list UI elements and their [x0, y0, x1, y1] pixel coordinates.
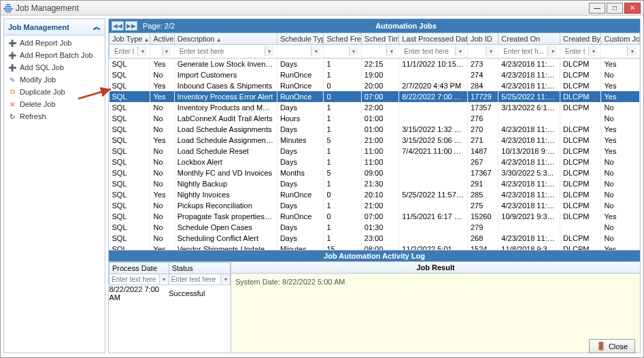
filter-icon[interactable]: ▾	[220, 274, 230, 284]
filter-input[interactable]	[109, 274, 158, 284]
filter-input[interactable]	[563, 46, 587, 56]
filter-input[interactable]	[169, 274, 219, 284]
log-row[interactable]: 8/22/2022 7:00 AMSuccessful	[109, 285, 231, 302]
table-row[interactable]: SQLNoMonthly FC and VD InvoicesMonths509…	[109, 167, 640, 178]
pager-bar: ◀◀ ▶▶ Page: 2/2 Automation Jobs	[109, 19, 640, 33]
pager-page: 2/2	[165, 22, 175, 30]
sidebar-item-icon: ➕	[8, 51, 16, 59]
close-window-button[interactable]: ✕	[624, 3, 641, 14]
log-grid: Process DateStatus▾▾8/22/2022 7:00 AMSuc…	[109, 262, 231, 302]
filter-icon[interactable]: ▾	[486, 46, 495, 56]
filter-input[interactable]	[112, 46, 136, 56]
sidebar-item-label: Add SQL Job	[20, 63, 64, 71]
sidebar-item-label: Add Report Job	[20, 39, 71, 47]
filter-icon[interactable]: ▾	[162, 46, 171, 56]
table-row[interactable]: SQLNoScheduling Conflict AlertDays123:00…	[109, 233, 640, 244]
door-icon: 🚪	[596, 342, 606, 351]
filter-input[interactable]	[280, 46, 310, 56]
grid-wrapper[interactable]: Job Type▲Active▲Description▲Schedule Typ…	[109, 33, 640, 250]
maximize-button[interactable]: □	[607, 3, 623, 14]
sidebar-header[interactable]: Job Management ︽	[4, 19, 105, 35]
sidebar-item-label: Delete Job	[20, 100, 56, 108]
table-row[interactable]: SQLNoImport CustomersRunOnce119:002744/2…	[109, 69, 640, 80]
table-row[interactable]: SQLNoPropagate Task properties to Produc…	[109, 211, 640, 222]
filter-icon[interactable]: ▾	[311, 46, 320, 56]
table-row[interactable]: SQLYesInventory Process Error AlertRunOn…	[109, 91, 640, 102]
sidebar-item-duplicate-job[interactable]: ⧉Duplicate Job	[4, 86, 105, 98]
pager-first[interactable]: ◀◀	[112, 21, 124, 31]
col-header[interactable]: Created On	[498, 33, 560, 45]
window-title: Job Management	[16, 3, 79, 13]
sidebar-item-modify-job[interactable]: ✎Modify Job	[4, 74, 105, 86]
log-title: Job Automation Activity Log	[109, 250, 640, 261]
sidebar-item-add-sql-job[interactable]: ➕Add SQL Job	[4, 61, 105, 74]
sidebar-item-label: Refresh	[20, 112, 46, 120]
filter-input[interactable]	[365, 46, 385, 56]
filter-icon[interactable]: ▾	[159, 274, 169, 284]
filter-input[interactable]	[471, 46, 484, 56]
filter-icon[interactable]: ▾	[627, 46, 637, 56]
table-row[interactable]: SQLYesNightly InvoicesRunOnce020:105/25/…	[109, 189, 640, 200]
filter-input[interactable]	[402, 46, 454, 56]
log-col-header[interactable]: Process Date	[109, 263, 169, 274]
sidebar: Job Management ︽ ➕Add Report Job➕Add Rep…	[3, 18, 105, 353]
table-row[interactable]: SQLNoLockbox AlertDays111:002674/23/2018…	[109, 157, 640, 167]
col-header[interactable]: Job Type▲	[109, 33, 150, 45]
close-label: Close	[609, 342, 628, 351]
grid-title: Automation Jobs	[175, 22, 637, 30]
sidebar-item-icon: ↻	[8, 112, 16, 120]
sidebar-item-icon: ✕	[8, 100, 16, 108]
filter-input[interactable]	[501, 46, 546, 56]
close-button[interactable]: 🚪 Close	[589, 339, 635, 353]
filter-icon[interactable]: ▾	[547, 46, 557, 56]
table-row[interactable]: SQLNoInventory Products and Materials Up…	[109, 102, 640, 113]
sidebar-item-add-report-job[interactable]: ➕Add Report Job	[4, 37, 105, 49]
table-row[interactable]: SQLYesGenerate Low Stock Inventory Notif…	[109, 59, 640, 70]
col-header[interactable]: Custom Job	[601, 33, 640, 45]
col-header[interactable]: Sched Freq	[324, 33, 361, 45]
sidebar-item-icon: ✎	[8, 76, 16, 84]
table-row[interactable]: SQLNoPickups ReconciliationDays121:00275…	[109, 200, 640, 211]
filter-icon[interactable]: ▾	[349, 46, 358, 56]
sidebar-item-add-report-batch-job[interactable]: ➕Add Report Batch Job	[4, 49, 105, 61]
table-row[interactable]: SQLNoLoad Schedule AssignmentsDays101:00…	[109, 124, 640, 135]
sidebar-item-icon: ⧉	[8, 88, 16, 96]
table-row[interactable]: SQLNoLabConneX Audit Trail AlertsHours10…	[109, 113, 640, 124]
col-header[interactable]: Active▲	[150, 33, 174, 45]
filter-input[interactable]	[177, 46, 263, 56]
sidebar-item-delete-job[interactable]: ✕Delete Job	[4, 98, 105, 110]
collapse-icon[interactable]: ︽	[93, 22, 101, 32]
job-result-header: Job Result	[231, 262, 640, 274]
table-row[interactable]: SQLNoSchedule Open CasesDays101:30279No	[109, 222, 640, 233]
app-icon	[3, 3, 13, 13]
pager-label: Page:	[143, 22, 163, 30]
filter-input[interactable]	[326, 46, 347, 56]
filter-input[interactable]	[153, 46, 160, 56]
filter-icon[interactable]: ▾	[386, 46, 396, 56]
sidebar-item-refresh[interactable]: ↻Refresh	[4, 110, 105, 123]
filter-icon[interactable]: ▾	[455, 46, 464, 56]
sidebar-item-label: Add Report Batch Job	[20, 51, 93, 59]
table-row[interactable]: SQLYesInbound Cases & ShipmentsRunOnce02…	[109, 80, 640, 91]
col-header[interactable]: Sched Time	[361, 33, 399, 45]
table-row[interactable]: SQLNoLoad Schedule ResetDays111:007/4/20…	[109, 146, 640, 157]
col-header[interactable]: Description▲	[174, 33, 277, 45]
log-col-header[interactable]: Status	[169, 263, 230, 274]
filter-icon[interactable]: ▾	[588, 46, 598, 56]
table-row[interactable]: SQLYesVendor Shipments UpdateMinutes1508…	[109, 244, 640, 250]
table-row[interactable]: SQLYesLoad Schedule Assignments InterimM…	[109, 135, 640, 146]
col-header[interactable]: Created By	[560, 33, 601, 45]
filter-input[interactable]	[604, 46, 626, 56]
filter-icon[interactable]: ▾	[137, 46, 147, 56]
titlebar: Job Management — □ ✕	[1, 1, 643, 16]
table-row[interactable]: SQLNoNightly BackupDays121:302914/23/201…	[109, 178, 640, 189]
filter-icon[interactable]: ▾	[265, 46, 274, 56]
sidebar-item-label: Modify Job	[20, 76, 56, 84]
col-header[interactable]: Job ID	[468, 33, 498, 45]
col-header[interactable]: Last Processed Date	[399, 33, 468, 45]
pager-prev[interactable]: ▶▶	[125, 21, 137, 31]
automation-jobs-grid: Job Type▲Active▲Description▲Schedule Typ…	[109, 33, 640, 250]
col-header[interactable]: Schedule Type	[277, 33, 324, 45]
sidebar-item-label: Duplicate Job	[20, 88, 65, 96]
minimize-button[interactable]: —	[589, 3, 605, 14]
